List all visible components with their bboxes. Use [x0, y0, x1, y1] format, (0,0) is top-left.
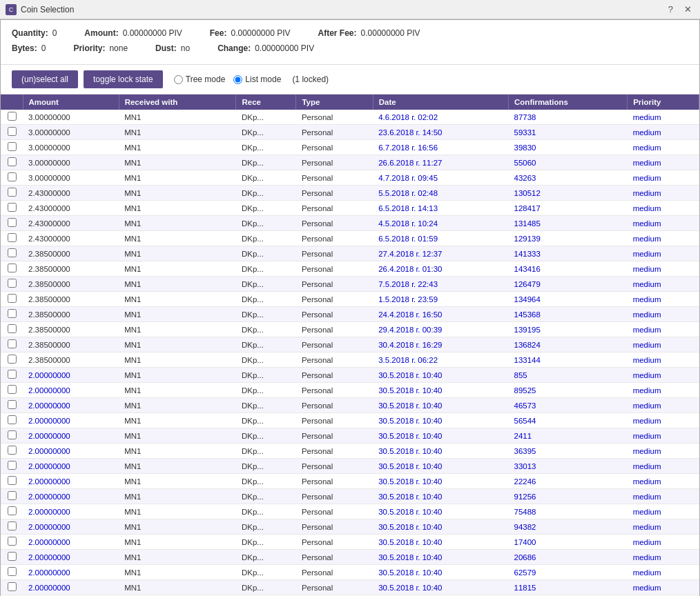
table-row[interactable]: 2.43000000 MN1 DKp... Personal 4.5.2018 … [1, 216, 699, 231]
table-row[interactable]: 2.00000000 MN1 DKp... Personal 30.5.2018… [1, 444, 699, 459]
table-row[interactable]: 2.38500000 MN1 DKp... Personal 29.4.2018… [1, 322, 699, 337]
table-row[interactable]: 2.00000000 MN1 DKp... Personal 30.5.2018… [1, 565, 699, 580]
table-row[interactable]: 2.38500000 MN1 DKp... Personal 1.5.2018 … [1, 292, 699, 307]
row-checkbox-input[interactable] [8, 279, 17, 288]
row-checkbox[interactable] [1, 155, 23, 170]
row-checkbox[interactable] [1, 398, 23, 413]
list-mode-input[interactable] [233, 75, 242, 84]
table-row[interactable]: 2.00000000 MN1 DKp... Personal 30.5.2018… [1, 535, 699, 550]
row-checkbox[interactable] [1, 322, 23, 337]
row-checkbox[interactable] [1, 474, 23, 489]
col-received-with[interactable]: Received with [119, 95, 236, 110]
table-row[interactable]: 2.38500000 MN1 DKp... Personal 24.4.2018… [1, 307, 699, 322]
table-row[interactable]: 2.38500000 MN1 DKp... Personal 3.5.2018 … [1, 352, 699, 368]
row-checkbox-input[interactable] [8, 506, 17, 515]
row-checkbox-input[interactable] [8, 112, 17, 121]
table-row[interactable]: 2.43000000 MN1 DKp... Personal 6.5.2018 … [1, 201, 699, 216]
row-checkbox-input[interactable] [8, 127, 17, 136]
row-checkbox[interactable] [1, 428, 23, 444]
row-checkbox-input[interactable] [8, 537, 17, 546]
row-checkbox-input[interactable] [8, 157, 17, 166]
table-row[interactable]: 2.00000000 MN1 DKp... Personal 30.5.2018… [1, 489, 699, 504]
row-checkbox-input[interactable] [8, 355, 17, 364]
col-priority[interactable]: Priority [628, 95, 699, 110]
row-checkbox-input[interactable] [8, 430, 17, 439]
table-row[interactable]: 2.38500000 MN1 DKp... Personal 26.4.2018… [1, 261, 699, 277]
help-button[interactable]: ? [665, 3, 676, 16]
col-rece[interactable]: Rece [236, 95, 296, 110]
row-checkbox[interactable] [1, 216, 23, 231]
table-row[interactable]: 2.00000000 MN1 DKp... Personal 30.5.2018… [1, 413, 699, 428]
table-row[interactable]: 2.00000000 MN1 DKp... Personal 30.5.2018… [1, 519, 699, 535]
table-row[interactable]: 2.38500000 MN1 DKp... Personal 30.4.2018… [1, 337, 699, 352]
table-row[interactable]: 3.00000000 MN1 DKp... Personal 26.6.2018… [1, 155, 699, 170]
row-checkbox-input[interactable] [8, 446, 17, 455]
table-row[interactable]: 2.38500000 MN1 DKp... Personal 7.5.2018 … [1, 277, 699, 292]
tree-mode-radio[interactable]: Tree mode [174, 74, 226, 84]
row-checkbox[interactable] [1, 125, 23, 140]
row-checkbox[interactable] [1, 231, 23, 246]
row-checkbox[interactable] [1, 489, 23, 504]
table-row[interactable]: 3.00000000 MN1 DKp... Personal 4.7.2018 … [1, 170, 699, 186]
table-row[interactable]: 2.00000000 MN1 DKp... Personal 30.5.2018… [1, 474, 699, 489]
row-checkbox-input[interactable] [8, 324, 17, 333]
row-checkbox-input[interactable] [8, 218, 17, 227]
row-checkbox[interactable] [1, 352, 23, 368]
table-row[interactable]: 2.43000000 MN1 DKp... Personal 6.5.2018 … [1, 231, 699, 246]
row-checkbox-input[interactable] [8, 476, 17, 485]
row-checkbox-input[interactable] [8, 522, 17, 530]
row-checkbox[interactable] [1, 140, 23, 155]
row-checkbox[interactable] [1, 201, 23, 216]
table-row[interactable]: 3.00000000 MN1 DKp... Personal 4.6.2018 … [1, 110, 699, 125]
col-amount[interactable]: Amount [23, 95, 119, 110]
row-checkbox[interactable] [1, 277, 23, 292]
table-row[interactable]: 2.00000000 MN1 DKp... Personal 30.5.2018… [1, 428, 699, 444]
row-checkbox[interactable] [1, 580, 23, 595]
table-row[interactable]: 2.00000000 MN1 DKp... Personal 30.5.2018… [1, 368, 699, 383]
row-checkbox-input[interactable] [8, 385, 17, 394]
row-checkbox[interactable] [1, 444, 23, 459]
row-checkbox[interactable] [1, 413, 23, 428]
row-checkbox[interactable] [1, 307, 23, 322]
row-checkbox[interactable] [1, 261, 23, 277]
row-checkbox[interactable] [1, 337, 23, 352]
row-checkbox-input[interactable] [8, 491, 17, 500]
table-row[interactable]: 3.00000000 MN1 DKp... Personal 6.7.2018 … [1, 140, 699, 155]
table-row[interactable]: 3.00000000 MN1 DKp... Personal 23.6.2018… [1, 125, 699, 140]
row-checkbox[interactable] [1, 565, 23, 580]
row-checkbox[interactable] [1, 110, 23, 125]
col-confirmations[interactable]: Confirmations [509, 95, 628, 110]
row-checkbox[interactable] [1, 292, 23, 307]
row-checkbox-input[interactable] [8, 400, 17, 409]
close-button[interactable]: ✕ [681, 3, 694, 16]
row-checkbox-input[interactable] [8, 461, 17, 470]
row-checkbox[interactable] [1, 368, 23, 383]
tree-mode-input[interactable] [174, 75, 183, 84]
unselect-all-button[interactable]: (un)select all [12, 70, 78, 88]
table-row[interactable]: 2.00000000 MN1 DKp... Personal 30.5.2018… [1, 398, 699, 413]
toggle-lock-button[interactable]: toggle lock state [84, 70, 163, 88]
row-checkbox-input[interactable] [8, 188, 17, 197]
row-checkbox-input[interactable] [8, 567, 17, 576]
row-checkbox[interactable] [1, 519, 23, 535]
row-checkbox-input[interactable] [8, 370, 17, 379]
row-checkbox-input[interactable] [8, 582, 17, 591]
row-checkbox[interactable] [1, 459, 23, 474]
table-wrapper[interactable]: Amount Received with Rece Type Date Conf… [1, 95, 699, 596]
row-checkbox[interactable] [1, 550, 23, 565]
row-checkbox-input[interactable] [8, 248, 17, 257]
list-mode-radio[interactable]: List mode [233, 74, 281, 84]
row-checkbox[interactable] [1, 186, 23, 201]
row-checkbox-input[interactable] [8, 294, 17, 303]
table-row[interactable]: 2.38500000 MN1 DKp... Personal 27.4.2018… [1, 246, 699, 261]
table-row[interactable]: 2.00000000 MN1 DKp... Personal 30.5.2018… [1, 580, 699, 595]
table-row[interactable]: 2.00000000 MN1 DKp... Personal 30.5.2018… [1, 504, 699, 519]
table-row[interactable]: 2.00000000 MN1 DKp... Personal 30.5.2018… [1, 383, 699, 398]
row-checkbox[interactable] [1, 535, 23, 550]
table-row[interactable]: 2.00000000 MN1 DKp... Personal 30.5.2018… [1, 550, 699, 565]
row-checkbox-input[interactable] [8, 203, 17, 212]
row-checkbox-input[interactable] [8, 339, 17, 348]
row-checkbox[interactable] [1, 383, 23, 398]
row-checkbox[interactable] [1, 170, 23, 186]
row-checkbox-input[interactable] [8, 552, 17, 561]
